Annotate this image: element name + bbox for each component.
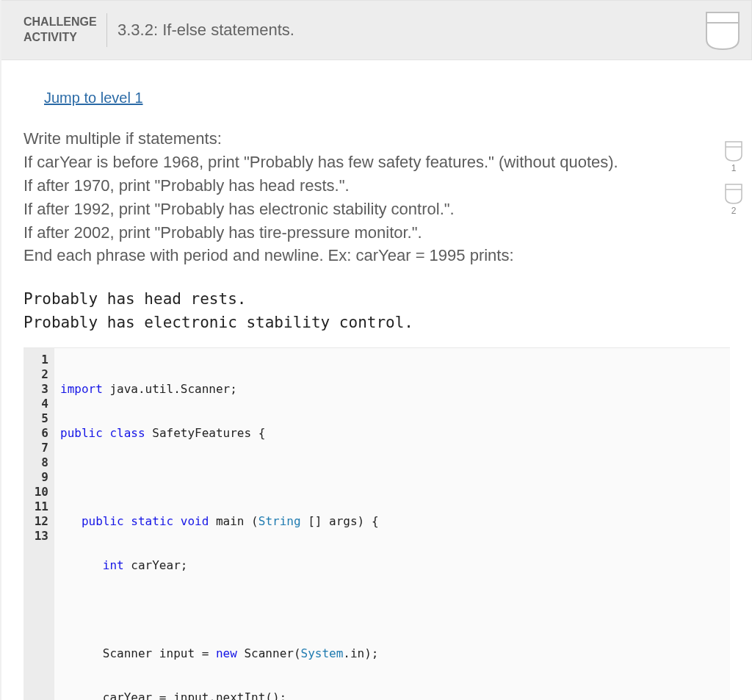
activity-body: 1 2 Jump to level 1 Write multiple if st… — [1, 60, 752, 700]
activity-type-label: CHALLENGE ACTIVITY — [1, 15, 106, 46]
activity-header: CHALLENGE ACTIVITY 3.3.2: If-else statem… — [1, 0, 752, 60]
progress-item[interactable]: 2 — [725, 184, 742, 216]
instruction-line: Write multiple if statements: — [24, 127, 714, 151]
instruction-line: If carYear is before 1968, print "Probab… — [24, 151, 714, 174]
instructions-text: Write multiple if statements: If carYear… — [24, 127, 714, 267]
pocket-icon — [725, 184, 742, 204]
progress-item-label: 2 — [731, 206, 737, 216]
instruction-line: If after 1970, print "Probably has head … — [24, 174, 714, 198]
progress-pockets: 1 2 — [725, 141, 742, 216]
progress-item-label: 1 — [731, 163, 737, 173]
code-content[interactable]: import java.util.Scanner; public class S… — [54, 348, 730, 700]
instruction-line: End each phrase with period and newline.… — [24, 244, 714, 267]
progress-item[interactable]: 1 — [725, 141, 742, 173]
pocket-icon — [705, 11, 740, 51]
activity-title: 3.3.2: If-else statements. — [118, 21, 294, 40]
instruction-line: If after 2002, print "Probably has tire-… — [24, 221, 714, 245]
code-editor[interactable]: 1 2 3 4 5 6 7 8 9 10 11 12 13 import jav… — [24, 347, 730, 700]
pocket-icon — [725, 141, 742, 162]
line-gutter: 1 2 3 4 5 6 7 8 9 10 11 12 13 — [24, 348, 54, 700]
instruction-line: If after 1992, print "Probably has elect… — [24, 198, 714, 221]
jump-to-level-link[interactable]: Jump to level 1 — [44, 90, 143, 107]
example-output: Probably has head rests. Probably has el… — [24, 288, 730, 334]
header-divider — [106, 13, 107, 47]
